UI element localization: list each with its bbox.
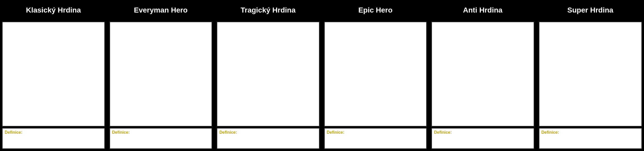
column-epic-hero: Epic HeroDefinice: (322, 0, 430, 151)
image-area-tragicky-hrdina (217, 22, 320, 126)
definition-label-tragicky-hrdina: Definice: (219, 130, 317, 135)
image-area-klasicky-hrdina (2, 22, 105, 126)
image-area-epic-hero (324, 22, 427, 126)
header-super-hrdina: Super Hrdina (537, 0, 644, 20)
definition-area-epic-hero[interactable]: Definice: (324, 128, 427, 149)
image-area-anti-hrdina (431, 22, 534, 126)
column-tragicky-hrdina: Tragický HrdinaDefinice: (215, 0, 322, 151)
definition-area-everyman-hero[interactable]: Definice: (110, 128, 212, 149)
header-anti-hrdina: Anti Hrdina (429, 0, 536, 20)
column-everyman-hero: Everyman HeroDefinice: (107, 0, 215, 151)
definition-area-tragicky-hrdina[interactable]: Definice: (217, 128, 320, 149)
header-klasicky-hrdina: Klasický Hrdina (0, 0, 107, 20)
definition-label-everyman-hero: Definice: (112, 130, 210, 135)
image-area-super-hrdina (539, 22, 642, 126)
definition-area-anti-hrdina[interactable]: Definice: (431, 128, 534, 149)
definition-area-super-hrdina[interactable]: Definice: (539, 128, 642, 149)
definition-label-klasicky-hrdina: Definice: (5, 130, 102, 135)
column-anti-hrdina: Anti HrdinaDefinice: (429, 0, 537, 151)
column-super-hrdina: Super HrdinaDefinice: (537, 0, 644, 151)
definition-label-anti-hrdina: Definice: (434, 130, 532, 135)
image-area-everyman-hero (110, 22, 212, 126)
column-klasicky-hrdina: Klasický HrdinaDefinice: (0, 0, 107, 151)
header-tragicky-hrdina: Tragický Hrdina (215, 0, 322, 20)
definition-label-epic-hero: Definice: (327, 130, 424, 135)
hero-grid: Klasický HrdinaDefinice:Everyman HeroDef… (0, 0, 644, 151)
header-epic-hero: Epic Hero (322, 0, 429, 20)
definition-label-super-hrdina: Definice: (542, 130, 640, 135)
definition-area-klasicky-hrdina[interactable]: Definice: (2, 128, 105, 149)
header-everyman-hero: Everyman Hero (107, 0, 214, 20)
